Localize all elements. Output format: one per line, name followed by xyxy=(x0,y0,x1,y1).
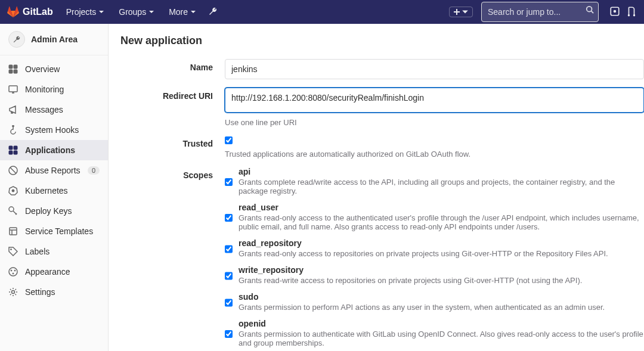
sidebar-item-abuse-reports[interactable]: Abuse Reports 0 xyxy=(0,160,108,181)
admin-wrench-icon[interactable] xyxy=(208,7,218,18)
scope-name: read_user xyxy=(239,203,644,212)
svg-point-22 xyxy=(11,270,12,271)
sidebar-title: Admin Area xyxy=(31,35,78,44)
scope-name: read_repository xyxy=(239,238,608,248)
sidebar-item-settings[interactable]: Settings xyxy=(0,282,108,302)
brand-text: GitLab xyxy=(23,7,53,17)
scope-name: sudo xyxy=(239,292,605,302)
svg-rect-6 xyxy=(14,65,17,69)
plus-icon xyxy=(453,8,460,15)
sidebar-item-label: Applications xyxy=(25,145,75,155)
sidebar-item-messages[interactable]: Messages xyxy=(0,100,108,120)
trusted-label: Trusted xyxy=(120,135,225,159)
svg-point-17 xyxy=(12,190,14,192)
scope-sudo: sudo Grants permission to perform API ac… xyxy=(225,292,644,312)
scopes-label: Scopes xyxy=(120,167,225,351)
sidebar-item-system-hooks[interactable]: System Hooks xyxy=(0,120,108,140)
search-input[interactable] xyxy=(481,2,599,22)
svg-rect-9 xyxy=(9,86,17,92)
main-content: New application Name Redirect URI http:/… xyxy=(109,24,644,351)
svg-rect-19 xyxy=(10,228,17,235)
sidebar-item-label: System Hooks xyxy=(25,125,79,135)
name-input[interactable] xyxy=(225,59,644,79)
sidebar-item-appearance[interactable]: Appearance xyxy=(0,262,108,282)
appearance-icon xyxy=(8,267,18,277)
svg-point-24 xyxy=(13,273,14,274)
nav-groups[interactable]: Groups xyxy=(113,0,160,24)
svg-rect-7 xyxy=(9,70,13,73)
applications-icon xyxy=(8,145,18,155)
sidebar-item-deploy-keys[interactable]: Deploy Keys xyxy=(0,201,108,221)
svg-rect-5 xyxy=(9,65,13,69)
scope-api: api Grants complete read/write access to… xyxy=(225,167,644,195)
nav-projects-label: Projects xyxy=(66,7,97,17)
scope-sudo-checkbox[interactable] xyxy=(225,294,233,312)
gear-icon xyxy=(8,287,18,297)
scope-openid-checkbox[interactable] xyxy=(225,321,233,347)
sidebar-item-applications[interactable]: Applications xyxy=(0,140,108,160)
svg-point-18 xyxy=(9,207,14,212)
scope-read-user-checkbox[interactable] xyxy=(225,204,233,231)
scope-desc: Grants read-write access to repositories… xyxy=(239,276,582,285)
gitlab-logo[interactable]: GitLab xyxy=(7,6,53,18)
scope-desc: Grants permission to authenticate with G… xyxy=(239,330,644,347)
sidebar-item-monitoring[interactable]: Monitoring xyxy=(0,79,108,100)
scope-name: write_repository xyxy=(239,265,582,275)
sidebar-item-label: Service Templates xyxy=(25,226,93,236)
sidebar-item-label: Appearance xyxy=(25,267,70,277)
svg-point-3 xyxy=(628,14,630,16)
scope-desc: Grants read-only access to repositories … xyxy=(239,249,608,258)
svg-point-23 xyxy=(14,270,16,271)
merge-requests-icon[interactable] xyxy=(626,6,637,18)
nav-more-label: More xyxy=(169,7,188,17)
svg-rect-14 xyxy=(14,151,17,154)
label-icon xyxy=(8,247,18,256)
scope-write-repository: write_repository Grants read-write acces… xyxy=(225,265,644,285)
trusted-help: Trusted applications are automatically a… xyxy=(225,150,644,159)
sidebar-item-overview[interactable]: Overview xyxy=(0,59,108,79)
chevron-down-icon xyxy=(98,9,104,15)
search-icon[interactable] xyxy=(586,5,594,15)
scope-openid: openid Grants permission to authenticate… xyxy=(225,319,644,347)
sidebar-item-label: Abuse Reports xyxy=(25,166,80,175)
new-dropdown[interactable] xyxy=(449,7,473,17)
issues-icon[interactable] xyxy=(609,6,620,18)
scope-read-repository-checkbox[interactable] xyxy=(225,240,233,258)
chevron-down-icon xyxy=(190,9,196,15)
scope-name: openid xyxy=(239,319,644,328)
sidebar-item-label: Monitoring xyxy=(25,85,64,94)
wrench-icon xyxy=(13,35,21,44)
svg-rect-13 xyxy=(9,151,13,154)
bullhorn-icon xyxy=(8,105,18,114)
admin-sidebar: Admin Area Overview Monitoring Messages … xyxy=(0,24,109,351)
svg-point-20 xyxy=(11,249,12,250)
sidebar-item-kubernetes[interactable]: Kubernetes xyxy=(0,181,108,201)
trusted-checkbox[interactable] xyxy=(225,136,233,144)
sidebar-item-label: Labels xyxy=(25,247,49,256)
sidebar-header[interactable]: Admin Area xyxy=(0,24,108,55)
sidebar-item-label: Settings xyxy=(25,287,55,297)
sidebar-item-service-templates[interactable]: Service Templates xyxy=(0,221,108,241)
svg-point-21 xyxy=(9,268,17,276)
admin-avatar xyxy=(8,31,25,48)
scope-api-checkbox[interactable] xyxy=(225,169,233,195)
scope-read-user: read_user Grants read-only access to the… xyxy=(225,203,644,231)
svg-point-0 xyxy=(587,7,592,12)
redirect-uri-label: Redirect URI xyxy=(120,88,225,127)
scope-desc: Grants complete read/write access to the… xyxy=(239,178,644,195)
monitor-icon xyxy=(8,85,18,94)
svg-point-10 xyxy=(13,125,14,127)
scope-write-repository-checkbox[interactable] xyxy=(225,267,233,285)
nav-projects[interactable]: Projects xyxy=(60,0,111,24)
sidebar-item-labels[interactable]: Labels xyxy=(0,241,108,262)
redirect-uri-input[interactable]: http://192.168.1.200:8080/securityRealm/… xyxy=(225,88,644,113)
svg-point-2 xyxy=(614,10,617,13)
hook-icon xyxy=(8,125,18,135)
dashboard-icon xyxy=(8,64,18,74)
sidebar-item-label: Overview xyxy=(25,64,60,74)
top-navbar: GitLab Projects Groups More xyxy=(0,0,644,24)
scope-desc: Grants read-only access to the authentic… xyxy=(239,213,644,231)
nav-more[interactable]: More xyxy=(163,0,202,24)
sidebar-item-label: Deploy Keys xyxy=(25,206,72,216)
redirect-uri-help: Use one line per URI xyxy=(225,118,644,127)
